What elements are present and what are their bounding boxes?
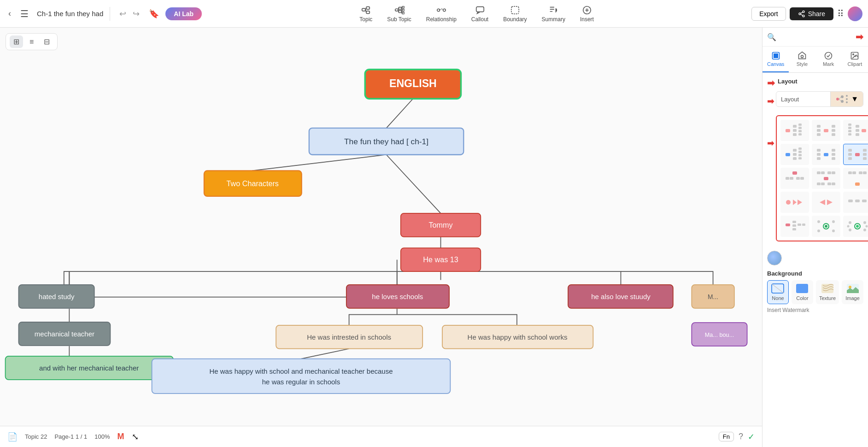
svg-point-85 [841, 95, 844, 98]
tab-style[interactable]: Style [789, 47, 815, 72]
svg-point-156 [786, 200, 791, 205]
tab-canvas-label: Canvas [767, 61, 784, 67]
svg-rect-10 [402, 12, 405, 14]
undo-button[interactable]: ↩ [117, 7, 129, 21]
red-arrow-1: ➡ [856, 31, 863, 42]
bookmark-button[interactable]: 🔖 [146, 7, 162, 21]
svg-point-177 [856, 225, 859, 228]
svg-rect-163 [862, 200, 867, 202]
svg-text:he loves schools: he loves schools [372, 293, 423, 300]
svg-rect-72 [152, 359, 451, 394]
view-map-btn[interactable]: ⊞ [10, 35, 23, 48]
insert-watermark-btn[interactable]: Insert Watermark [767, 304, 863, 316]
redo-button[interactable]: ↪ [130, 7, 142, 21]
svg-rect-114 [848, 133, 851, 135]
svg-marker-158 [798, 200, 802, 205]
tool-topic[interactable]: Topic [353, 3, 379, 24]
svg-rect-137 [792, 171, 797, 175]
layout-option-12[interactable] [843, 192, 868, 213]
svg-rect-19 [476, 6, 484, 12]
menu-button[interactable]: ☰ [18, 6, 31, 21]
svg-rect-99 [798, 133, 802, 135]
svg-rect-153 [852, 171, 856, 174]
layout-option-6[interactable] [843, 144, 868, 165]
view-outline-btn[interactable]: ⊟ [40, 35, 53, 48]
bg-color-circle[interactable] [767, 251, 782, 265]
tool-topic-label: Topic [359, 16, 372, 23]
bottom-right: Fn ? ✓ [719, 432, 755, 442]
background-section: Background None Color [767, 251, 863, 316]
fn-button[interactable]: Fn [719, 432, 734, 441]
tab-canvas[interactable]: Canvas [762, 47, 789, 72]
bg-option-texture[interactable]: Texture [816, 280, 839, 304]
tool-callout[interactable]: Callout [465, 3, 495, 24]
svg-rect-164 [786, 224, 790, 226]
svg-point-171 [825, 225, 827, 228]
layout-option-7[interactable] [780, 168, 809, 189]
svg-line-15 [401, 10, 402, 12]
back-button[interactable]: ‹ [6, 7, 14, 20]
tool-insert[interactable]: Insert [574, 3, 600, 24]
svg-rect-129 [832, 157, 835, 160]
tab-style-label: Style [797, 61, 808, 67]
help-button[interactable]: ? [739, 432, 743, 441]
layout-option-5[interactable] [812, 144, 840, 165]
pages-button[interactable]: 📄 [7, 432, 18, 442]
tool-summary[interactable]: Summary [535, 3, 572, 24]
tab-clipart-label: Clipart [847, 61, 862, 67]
svg-rect-149 [827, 182, 831, 185]
svg-rect-113 [848, 130, 851, 132]
layout-label: Layout [776, 93, 830, 106]
tab-mark[interactable]: Mark [815, 47, 842, 72]
tool-subtopic[interactable]: Sub Topic [381, 3, 417, 24]
svg-text:he also love stuudy: he also love stuudy [591, 293, 651, 300]
layout-option-14[interactable] [812, 216, 840, 237]
svg-line-90 [839, 97, 841, 99]
svg-rect-131 [848, 149, 852, 152]
tab-clipart[interactable]: Clipart [842, 47, 868, 72]
expand-button[interactable]: ⤡ [132, 432, 139, 442]
avatar[interactable] [848, 6, 862, 21]
main-area: ⊞ ≡ ⊟ [0, 28, 868, 447]
svg-text:Two Characters: Two Characters [227, 179, 279, 188]
svg-rect-168 [798, 224, 801, 226]
export-button[interactable]: Export [751, 7, 786, 21]
layout-option-15[interactable] [843, 216, 868, 237]
logo: M [117, 432, 124, 441]
layout-option-4[interactable] [780, 144, 809, 165]
bg-option-none[interactable]: None [767, 280, 789, 304]
secondary-toolbar: ⊞ ≡ ⊟ [6, 33, 58, 50]
layout-option-8[interactable] [812, 168, 840, 189]
layout-option-2[interactable] [812, 120, 840, 141]
svg-rect-155 [863, 171, 867, 174]
svg-line-29 [252, 155, 386, 171]
rpanel-body: ➡ Layout ➡ Layout [762, 73, 868, 447]
svg-rect-147 [817, 182, 821, 185]
bg-option-image[interactable]: Image [842, 280, 863, 304]
grid-button[interactable]: ⠿ [837, 8, 844, 19]
layout-option-13[interactable] [780, 216, 809, 237]
layout-option-10[interactable] [780, 192, 809, 213]
svg-point-87 [846, 95, 848, 97]
share-button[interactable]: Share [790, 7, 833, 20]
tool-relationship[interactable]: Relationship [420, 3, 463, 24]
layout-grid-container [776, 115, 868, 241]
svg-line-14 [401, 8, 402, 10]
svg-line-28 [387, 99, 413, 128]
svg-rect-135 [863, 153, 867, 156]
canvas-area[interactable]: ⊞ ≡ ⊟ [0, 28, 762, 447]
layout-option-3[interactable] [843, 120, 868, 141]
layout-dropdown[interactable]: Layout ▼ [776, 91, 863, 107]
ai-lab-button[interactable]: AI Lab [165, 7, 202, 20]
layout-option-9[interactable] [843, 168, 868, 189]
svg-rect-104 [832, 125, 835, 128]
layout-option-1[interactable] [780, 120, 809, 141]
bg-option-color[interactable]: Color [792, 280, 813, 304]
layout-option-11[interactable] [812, 192, 840, 213]
view-list-btn[interactable]: ≡ [26, 36, 37, 48]
check-icon: ✓ [748, 432, 755, 442]
tool-boundary[interactable]: Boundary [497, 3, 533, 24]
svg-line-3 [365, 8, 366, 10]
bg-texture-label: Texture [819, 295, 836, 301]
svg-line-26 [800, 14, 803, 16]
